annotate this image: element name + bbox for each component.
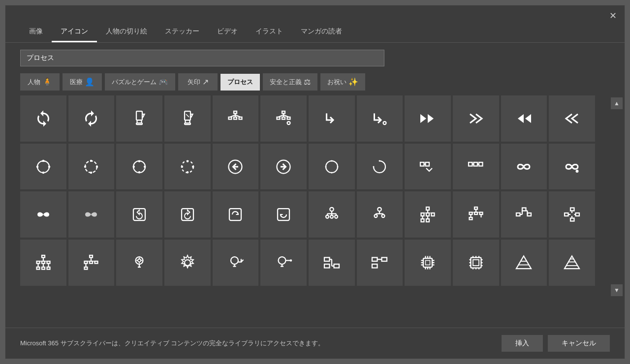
icon-lightbulb-gear[interactable]: [116, 240, 162, 286]
icon-circle-arrows-cycle2[interactable]: [357, 144, 403, 190]
svg-rect-62: [473, 162, 477, 166]
tab-cutout[interactable]: 人物の切り絵: [97, 22, 156, 42]
svg-rect-99: [469, 212, 472, 215]
svg-point-73: [330, 215, 333, 218]
svg-point-41: [133, 165, 135, 168]
category-puzzle[interactable]: パズルとゲーム 🎮: [105, 73, 175, 91]
svg-line-6: [186, 114, 189, 117]
svg-point-29: [48, 165, 51, 168]
cancel-button[interactable]: キャンセル: [548, 335, 610, 352]
svg-point-80: [378, 208, 382, 212]
svg-point-74: [335, 215, 338, 218]
icon-cycle-dots2[interactable]: [164, 144, 211, 190]
icon-box-refresh1[interactable]: [116, 191, 162, 238]
svg-rect-102: [469, 217, 472, 220]
icon-cycle-dots1[interactable]: [116, 144, 162, 190]
icon-process-step2[interactable]: [453, 144, 499, 190]
icon-process-step1[interactable]: [405, 144, 451, 190]
tab-video[interactable]: ビデオ: [208, 22, 247, 42]
icon-blender2[interactable]: [164, 95, 211, 142]
svg-point-145: [138, 259, 141, 262]
icon-org-chart2[interactable]: [357, 191, 403, 238]
svg-point-71: [330, 208, 334, 212]
svg-rect-172: [426, 260, 430, 265]
footer-buttons: 挿入 キャンセル: [502, 335, 610, 352]
icon-flow-chart1[interactable]: [501, 191, 547, 238]
search-input[interactable]: [20, 50, 384, 66]
icon-arrow-right-circle[interactable]: [260, 144, 307, 190]
category-bar: 人物 🧍 医療 👤 パズルとゲーム 🎮 矢印 ↗ プロセス 安全と正義 ⚖ お祝…: [5, 73, 625, 95]
close-button[interactable]: ✕: [606, 9, 620, 22]
icon-cycle-arrows1[interactable]: [20, 144, 66, 190]
icon-hierarchy1[interactable]: [213, 95, 259, 142]
svg-point-54: [331, 172, 332, 173]
icon-double-chevron-left-filled[interactable]: [501, 95, 547, 142]
category-process[interactable]: プロセス: [220, 74, 260, 91]
icon-org-chart1[interactable]: [309, 191, 355, 238]
icon-corner-arrow1[interactable]: [309, 95, 355, 142]
icon-refresh1[interactable]: [20, 95, 66, 142]
icon-cpu1[interactable]: [405, 240, 451, 286]
icon-circle-arrows-cycle1[interactable]: [309, 144, 355, 190]
icon-cpu2[interactable]: [453, 240, 499, 286]
tab-sticker[interactable]: ステッカー: [156, 22, 208, 42]
icon-pyramid2[interactable]: [549, 240, 595, 286]
icon-blender1[interactable]: [116, 95, 162, 142]
tab-images[interactable]: 画像: [20, 22, 52, 42]
icon-org-down1[interactable]: [20, 240, 66, 286]
icon-nested-chart2[interactable]: [357, 240, 403, 286]
icon-nested-chart1[interactable]: [309, 240, 355, 286]
tab-icons[interactable]: アイコン: [52, 22, 97, 42]
category-celebrate[interactable]: お祝い ✨: [320, 73, 365, 91]
category-medical[interactable]: 医療 👤: [63, 73, 102, 91]
icon-box-refresh4[interactable]: [260, 191, 307, 238]
svg-point-72: [326, 215, 329, 218]
icon-picker-dialog: ✕ 画像 アイコン 人物の切り絵 ステッカー ビデオ イラスト マンガの読者 人…: [5, 5, 625, 359]
tab-manga[interactable]: マンガの読者: [292, 22, 351, 42]
svg-point-31: [36, 165, 39, 168]
svg-rect-61: [469, 162, 472, 166]
svg-point-35: [90, 171, 93, 174]
svg-rect-138: [85, 267, 88, 270]
icon-pyramid1[interactable]: [501, 240, 547, 286]
icon-infinity-solid2[interactable]: [68, 191, 115, 238]
icon-flow-chart2[interactable]: [549, 191, 595, 238]
svg-rect-92: [426, 219, 429, 222]
insert-button[interactable]: 挿入: [502, 335, 543, 352]
icon-box-refresh2[interactable]: [164, 191, 211, 238]
svg-point-39: [144, 165, 146, 168]
svg-point-22: [383, 121, 386, 124]
svg-marker-25: [525, 114, 531, 123]
icon-double-chevron-left-outline[interactable]: [549, 95, 595, 142]
svg-marker-26: [518, 114, 524, 123]
svg-rect-63: [479, 162, 483, 166]
icon-lightbulb-connect[interactable]: [260, 240, 307, 286]
icon-arrow-left-circle[interactable]: [213, 144, 259, 190]
svg-rect-16: [282, 117, 285, 120]
icon-hierarchy2[interactable]: [260, 95, 307, 142]
svg-rect-14: [282, 111, 285, 114]
icon-infinity2[interactable]: [549, 144, 595, 190]
icon-org-down2[interactable]: [68, 240, 115, 286]
icon-settings-gear[interactable]: [164, 240, 211, 286]
category-people[interactable]: 人物 🧍: [20, 73, 60, 91]
icon-tree-chart2[interactable]: [453, 191, 499, 238]
icon-double-chevron-right-filled[interactable]: [405, 95, 451, 142]
tab-illust[interactable]: イラスト: [247, 22, 292, 42]
icon-infinity-solid1[interactable]: [20, 191, 66, 238]
svg-point-53: [337, 166, 338, 167]
icon-refresh2[interactable]: [68, 95, 115, 142]
category-arrows[interactable]: 矢印 ↗: [178, 73, 218, 91]
category-safety[interactable]: 安全と正義 ⚖: [263, 73, 317, 91]
icon-corner-arrow2[interactable]: [357, 95, 403, 142]
scroll-down-button[interactable]: ▼: [611, 284, 623, 296]
scroll-controls: ▲ ▼: [611, 95, 625, 298]
icon-double-chevron-right-outline[interactable]: [453, 95, 499, 142]
icon-infinity1[interactable]: [501, 144, 547, 190]
icon-box-refresh3[interactable]: [213, 191, 259, 238]
scroll-up-button[interactable]: ▲: [611, 97, 623, 109]
process-label: プロセス: [227, 78, 253, 87]
icon-tree-chart1[interactable]: [405, 191, 451, 238]
icon-cycle-arrows2[interactable]: [68, 144, 115, 190]
icon-lightbulb-arrow[interactable]: [213, 240, 259, 286]
